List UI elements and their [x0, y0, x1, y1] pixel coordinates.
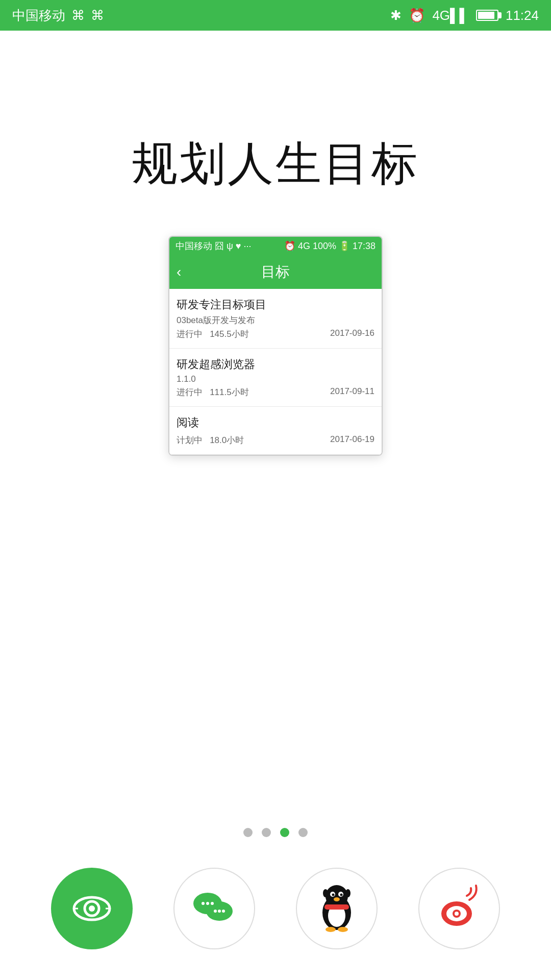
goal-date-1: 2017-09-16	[330, 328, 374, 340]
back-icon[interactable]: ‹	[177, 264, 181, 280]
svg-point-23	[338, 927, 348, 932]
pagination	[243, 828, 308, 837]
mockup-statusbar: 中国移动 囧 ψ ♥ ··· ⏰ 4G 100% 🔋 17:38	[169, 237, 382, 255]
goal-meta-2: 进行中 111.5小时 2017-09-11	[177, 386, 374, 398]
svg-point-22	[325, 927, 336, 932]
status-right: ✱ ⏰ 4G▌▌ 11:24	[390, 8, 539, 23]
svg-point-7	[202, 902, 205, 905]
svg-point-12	[222, 910, 225, 913]
wechat-icon	[186, 880, 242, 937]
svg-point-19	[340, 894, 343, 896]
usb-icon: ⌘	[71, 8, 85, 23]
carrier-text: 中国移动	[12, 7, 65, 24]
main-content: 规划人生目标 中国移动 囧 ψ ♥ ··· ⏰ 4G 100% 🔋 17:38 …	[0, 31, 551, 980]
dot-4[interactable]	[298, 828, 308, 837]
phone-mockup: 中国移动 囧 ψ ♥ ··· ⏰ 4G 100% 🔋 17:38 ‹ 目标 研发…	[168, 236, 383, 456]
mockup-time: ⏰ 4G 100% 🔋 17:38	[284, 240, 375, 252]
qq-icon-container[interactable]	[296, 868, 378, 949]
goal-status-3: 计划中 18.0小时	[177, 434, 244, 446]
goal-subtitle-1: 03beta版开发与发布	[177, 314, 374, 326]
svg-point-9	[211, 902, 214, 905]
goal-date-3: 2017-06-19	[330, 434, 374, 446]
goal-meta-1: 进行中 145.5小时 2017-09-16	[177, 328, 374, 340]
battery-icon	[476, 10, 498, 21]
goal-status-1: 进行中 145.5小时	[177, 328, 249, 340]
svg-rect-21	[324, 904, 349, 910]
svg-point-29	[455, 912, 459, 916]
alarm-icon: ⏰	[409, 8, 425, 23]
signal-icon: 4G▌▌	[432, 8, 469, 23]
dot-2[interactable]	[262, 828, 271, 837]
svg-point-24	[323, 889, 328, 897]
svg-point-10	[214, 910, 217, 913]
svg-point-18	[332, 894, 335, 896]
goal-date-2: 2017-09-11	[330, 386, 374, 398]
status-bar: 中国移动 ⌘ ⌘ ✱ ⏰ 4G▌▌ 11:24	[0, 0, 551, 31]
svg-point-11	[218, 910, 221, 913]
goal-subtitle-2: 1.1.0	[177, 374, 374, 384]
mockup-header: ‹ 目标	[169, 255, 382, 289]
bluetooth-icon: ✱	[390, 8, 402, 23]
mockup-header-title: 目标	[261, 262, 290, 282]
weibo-icon	[431, 880, 487, 937]
goal-status-2: 进行中 111.5小时	[177, 386, 249, 398]
svg-point-15	[325, 885, 348, 908]
svg-point-8	[206, 902, 209, 905]
goals-list: 研发专注目标项目 03beta版开发与发布 进行中 145.5小时 2017-0…	[169, 289, 382, 455]
goal-item-3[interactable]: 阅读 计划中 18.0小时 2017-06-19	[169, 407, 382, 455]
time-display: 11:24	[506, 8, 539, 23]
goal-item-1[interactable]: 研发专注目标项目 03beta版开发与发布 进行中 145.5小时 2017-0…	[169, 289, 382, 349]
wechat-icon-container[interactable]	[173, 868, 255, 949]
eye-camera-icon	[69, 891, 115, 926]
app-icon-main[interactable]	[51, 868, 133, 949]
goal-meta-3: 计划中 18.0小时 2017-06-19	[177, 434, 374, 446]
weibo-icon-container[interactable]	[418, 868, 500, 949]
dot-3-active[interactable]	[280, 828, 289, 837]
goal-title-2: 研发超感浏览器	[177, 357, 374, 372]
bottom-icons	[0, 868, 551, 980]
dot-1[interactable]	[243, 828, 253, 837]
svg-point-2	[89, 905, 95, 912]
status-left: 中国移动 ⌘ ⌘	[12, 7, 104, 24]
goal-title-1: 研发专注目标项目	[177, 297, 374, 312]
usb2-icon: ⌘	[91, 8, 104, 23]
page-title: 规划人生目标	[132, 133, 419, 195]
svg-point-20	[334, 897, 340, 901]
mockup-carrier: 中国移动 囧 ψ ♥ ···	[176, 240, 252, 252]
goal-item-2[interactable]: 研发超感浏览器 1.1.0 进行中 111.5小时 2017-09-11	[169, 349, 382, 407]
qq-icon	[309, 878, 365, 939]
goal-title-3: 阅读	[177, 415, 374, 430]
svg-point-25	[345, 889, 350, 897]
